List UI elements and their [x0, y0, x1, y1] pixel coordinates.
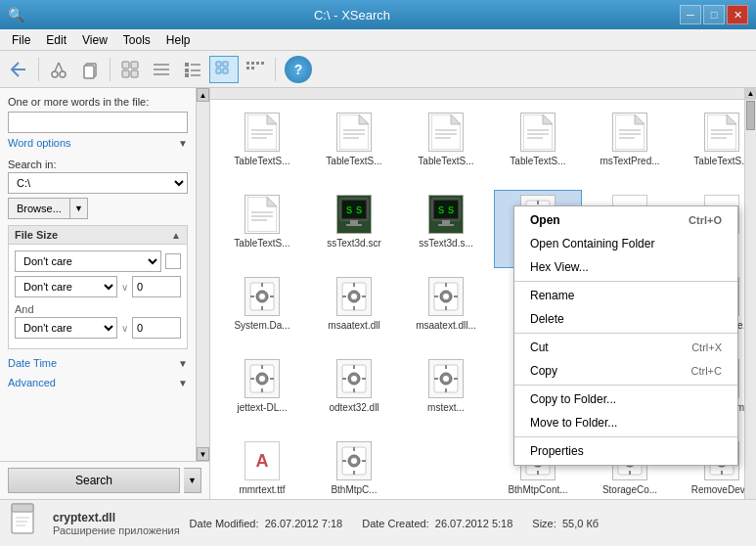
view2-button[interactable] [147, 56, 176, 83]
menu-view[interactable]: View [74, 31, 115, 49]
svg-point-125 [351, 376, 357, 382]
minimize-button[interactable]: ─ [680, 5, 701, 24]
close-button[interactable]: ✕ [727, 5, 748, 24]
file-item[interactable]: Ammrtext.ttf [218, 436, 306, 499]
svg-marker-40 [451, 114, 461, 124]
file-item[interactable]: msaatext.dll... [402, 272, 490, 350]
menu-file[interactable]: File [4, 31, 38, 49]
file-item[interactable]: TableTextS... [218, 108, 306, 186]
size-value: 55,0 Кб [562, 518, 599, 529]
file-name: BthMtpC... [331, 484, 377, 496]
datetime-section[interactable]: Date Time ▼ [8, 353, 188, 373]
ctx-copy[interactable]: Copy Ctrl+C [514, 359, 737, 383]
maximize-button[interactable]: □ [703, 5, 725, 24]
file-item[interactable]: ＳＳssText3d.s... [402, 190, 490, 268]
menu-tools[interactable]: Tools [115, 31, 158, 49]
size-combo-1[interactable]: Don't care [15, 250, 161, 272]
ctx-cut-label: Cut [530, 341, 549, 354]
svg-rect-73 [438, 224, 454, 226]
svg-rect-7 [131, 62, 138, 68]
search-dropdown-button[interactable]: ▼ [184, 468, 201, 493]
left-scrollbar[interactable]: ▲ ▼ [196, 88, 209, 461]
filter-row-3: Don't care ∨ [15, 317, 181, 339]
file-item[interactable]: TableTextS... [402, 108, 490, 186]
svg-point-153 [351, 458, 357, 464]
size-combo-2[interactable]: Don't care [15, 276, 117, 297]
file-item[interactable]: System.Da... [218, 272, 306, 350]
view3-button[interactable] [178, 56, 207, 83]
svg-rect-9 [131, 70, 138, 77]
size-input-1[interactable] [132, 276, 181, 297]
file-item[interactable]: BthMtpC... [310, 436, 398, 499]
search-words-input[interactable] [8, 112, 188, 133]
file-item[interactable]: jettext-DL... [218, 354, 306, 432]
ctx-rename[interactable]: Rename [514, 284, 737, 307]
file-item[interactable]: TableTextS... [310, 108, 398, 186]
file-item[interactable]: mstext... [402, 354, 490, 432]
file-size-arrow: ▲ [171, 230, 181, 241]
title-bar: 🔍 C:\ - XSearch ─ □ ✕ [0, 0, 756, 29]
back-button[interactable] [4, 56, 33, 83]
file-item[interactable]: TableTextS... [678, 108, 744, 186]
view5-button[interactable] [241, 56, 270, 83]
svg-rect-133 [445, 365, 447, 369]
ctx-properties[interactable]: Properties [514, 439, 737, 463]
ctx-open-folder[interactable]: Open Containing Folder [514, 232, 737, 255]
ctx-cut[interactable]: Cut Ctrl+X [514, 336, 737, 359]
ctx-hex-view[interactable]: Hex View... [514, 255, 737, 279]
word-options-section[interactable]: Word options ▼ [8, 133, 188, 153]
scroll-up-arrow[interactable]: ▲ [197, 88, 209, 102]
search-button[interactable]: Search [8, 468, 180, 493]
file-icon [245, 113, 280, 152]
size-combo-3[interactable]: Don't care [15, 317, 117, 339]
ctx-move-folder[interactable]: Move to Folder... [514, 411, 737, 434]
svg-rect-23 [246, 62, 249, 65]
cut-button[interactable] [44, 56, 73, 83]
scroll-thumb[interactable] [746, 101, 755, 130]
file-item[interactable]: ＳＳssText3d.scr [310, 190, 398, 268]
file-item[interactable]: TableTextS... [218, 190, 306, 268]
file-icon [336, 277, 372, 316]
ctx-open-folder-label: Open Containing Folder [530, 237, 654, 250]
scroll-top-btn[interactable]: ▲ [744, 88, 756, 100]
file-size-header[interactable]: File Size ▲ [9, 226, 187, 245]
ctx-delete[interactable]: Delete [514, 307, 737, 331]
filter-row-2: Don't care ∨ [15, 276, 181, 297]
svg-rect-86 [250, 296, 254, 297]
browse-button[interactable]: Browse... [8, 198, 70, 219]
file-item[interactable]: msTextPred... [586, 108, 674, 186]
svg-marker-60 [267, 197, 277, 206]
ctx-open[interactable]: Open Ctrl+O [514, 208, 737, 232]
menu-edit[interactable]: Edit [38, 31, 74, 49]
svg-rect-201 [12, 504, 33, 512]
size-input-2[interactable] [132, 317, 181, 339]
view1-button[interactable] [115, 56, 145, 83]
file-item[interactable]: TableTextS... [494, 108, 582, 186]
browse-dropdown[interactable]: ▼ [70, 198, 88, 219]
file-item[interactable]: odtext32.dll [310, 354, 398, 432]
main-container: One or more words in the file: Word opti… [0, 88, 756, 499]
view4-button[interactable] [209, 56, 239, 83]
search-in-combo[interactable]: C:\ [8, 172, 188, 194]
menu-help[interactable]: Help [158, 31, 199, 49]
svg-rect-13 [185, 63, 189, 67]
advanced-section[interactable]: Advanced ▼ [8, 373, 188, 392]
svg-rect-136 [454, 378, 458, 380]
copy-button[interactable] [75, 56, 105, 83]
ctx-rename-label: Rename [530, 289, 574, 302]
help-button[interactable]: ? [285, 56, 312, 83]
datetime-arrow: ▼ [178, 358, 188, 369]
ctx-copy-folder[interactable]: Copy to Folder... [514, 387, 737, 411]
file-item[interactable]: msaatext.dll [310, 272, 398, 350]
size-label: Size: [532, 518, 556, 529]
file-icon: A [245, 441, 280, 480]
svg-rect-169 [629, 471, 631, 475]
right-scrollbar[interactable] [744, 100, 756, 499]
toolbar: ? [0, 51, 756, 88]
file-item[interactable] [402, 436, 490, 499]
file-name: BthMtpCont... [508, 484, 567, 496]
date-created-value: 26.07.2012 5:18 [435, 518, 513, 529]
scroll-down-arrow[interactable]: ▼ [197, 447, 209, 461]
filter-check-1[interactable] [165, 253, 181, 269]
svg-rect-122 [270, 378, 274, 380]
